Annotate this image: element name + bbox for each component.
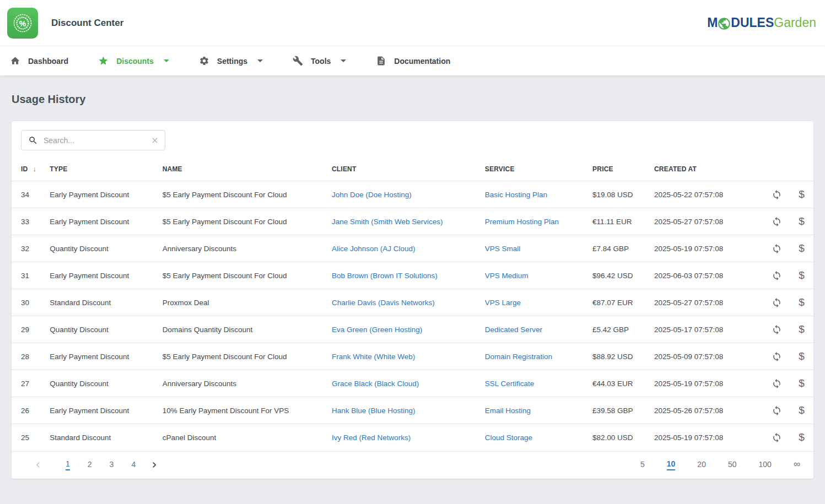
service-link[interactable]: VPS Small bbox=[485, 245, 521, 253]
service-link[interactable]: VPS Medium bbox=[485, 272, 529, 280]
page-number-2[interactable]: 2 bbox=[88, 460, 92, 470]
search-box[interactable] bbox=[21, 130, 165, 150]
cell-action-money: $ bbox=[790, 316, 813, 343]
client-link[interactable]: Hank Blue (Blue Hosting) bbox=[332, 407, 416, 415]
money-icon[interactable]: $ bbox=[794, 403, 810, 418]
page-number-3[interactable]: 3 bbox=[110, 460, 114, 470]
sync-icon[interactable] bbox=[769, 349, 785, 364]
service-link[interactable]: SSL Certificate bbox=[485, 380, 535, 388]
sync-icon[interactable] bbox=[769, 430, 785, 445]
column-header-price[interactable]: PRICE bbox=[592, 155, 654, 181]
service-link[interactable]: Premium Hosting Plan bbox=[485, 218, 559, 226]
service-link[interactable]: Email Hosting bbox=[485, 407, 531, 415]
table-row: 27 Quantity Discount Anniversary Discoun… bbox=[12, 370, 813, 397]
page-size-infinity[interactable]: ∞ bbox=[794, 460, 800, 469]
service-link[interactable]: Domain Registration bbox=[485, 353, 552, 361]
money-icon[interactable]: $ bbox=[794, 376, 810, 391]
logo-text-dules: DULES bbox=[731, 15, 774, 30]
cell-id: 29 bbox=[12, 316, 50, 343]
cell-name: cPanel Discount bbox=[163, 424, 332, 451]
sync-icon[interactable] bbox=[769, 403, 785, 418]
sync-icon[interactable] bbox=[769, 268, 785, 283]
client-link[interactable]: Frank White (White Web) bbox=[332, 353, 415, 361]
cell-created-at: 2025-05-27 07:57:08 bbox=[654, 208, 764, 235]
cell-created-at: 2025-05-26 07:57:08 bbox=[654, 397, 764, 424]
cell-action-sync bbox=[764, 289, 790, 316]
sort-desc-icon[interactable]: ↓ bbox=[33, 165, 36, 173]
cell-action-sync bbox=[764, 397, 790, 424]
client-link[interactable]: Ivy Red (Red Networks) bbox=[332, 433, 411, 442]
chevron-left-icon[interactable] bbox=[33, 459, 44, 470]
money-icon[interactable]: $ bbox=[794, 295, 810, 310]
client-link[interactable]: Jane Smith (Smith Web Services) bbox=[332, 218, 443, 226]
service-link[interactable]: Dedicated Server bbox=[485, 326, 542, 334]
table-row: 30 Standard Discount Proxmox Deal Charli… bbox=[12, 289, 813, 316]
sync-icon[interactable] bbox=[769, 295, 785, 310]
cell-service: Cloud Storage bbox=[485, 424, 592, 451]
client-link[interactable]: Charlie Davis (Davis Networks) bbox=[332, 299, 435, 307]
column-header-id[interactable]: ID↓ bbox=[12, 155, 50, 181]
table-row: 28 Early Payment Discount $5 Early Payme… bbox=[12, 343, 813, 370]
page-size-50[interactable]: 50 bbox=[728, 460, 737, 470]
column-header-name[interactable]: NAME bbox=[163, 155, 332, 181]
nav-label: Documentation bbox=[394, 57, 450, 66]
column-header-client[interactable]: CLIENT bbox=[332, 155, 485, 181]
close-icon[interactable] bbox=[150, 136, 159, 145]
service-link[interactable]: VPS Large bbox=[485, 299, 521, 307]
money-icon[interactable]: $ bbox=[794, 349, 810, 364]
sync-icon[interactable] bbox=[769, 322, 785, 337]
client-link[interactable]: John Doe (Doe Hosting) bbox=[332, 191, 412, 199]
page-size-20[interactable]: 20 bbox=[697, 460, 706, 470]
service-link[interactable]: Cloud Storage bbox=[485, 433, 532, 442]
money-icon[interactable]: $ bbox=[794, 268, 810, 283]
money-icon[interactable]: $ bbox=[794, 214, 810, 229]
chevron-down-icon bbox=[341, 59, 346, 62]
globe-icon bbox=[717, 17, 731, 31]
money-icon[interactable]: $ bbox=[794, 241, 810, 256]
nav-item-settings[interactable]: Settings bbox=[199, 56, 263, 66]
page-title: Usage History bbox=[0, 75, 825, 106]
money-icon[interactable]: $ bbox=[794, 187, 810, 202]
nav-item-tools[interactable]: Tools bbox=[293, 56, 346, 66]
nav-item-documentation[interactable]: Documentation bbox=[376, 56, 450, 66]
client-link[interactable]: Eva Green (Green Hosting) bbox=[332, 326, 422, 334]
client-link[interactable]: Alice Johnson (AJ Cloud) bbox=[332, 245, 416, 253]
page-size-10[interactable]: 10 bbox=[667, 459, 676, 470]
column-header-created-at[interactable]: CREATED AT bbox=[654, 155, 764, 181]
cell-id: 33 bbox=[12, 208, 50, 235]
search-input[interactable] bbox=[44, 136, 150, 145]
nav-item-discounts[interactable]: Discounts bbox=[98, 56, 169, 66]
cell-id: 26 bbox=[12, 397, 50, 424]
sync-icon[interactable] bbox=[769, 241, 785, 256]
table-row: 32 Quantity Discount Anniversary Discoun… bbox=[12, 235, 813, 262]
chevron-right-icon[interactable] bbox=[149, 459, 160, 470]
chevron-down-icon bbox=[257, 59, 263, 62]
discount-center-app-icon: % bbox=[7, 8, 38, 39]
column-header-service[interactable]: SERVICE bbox=[485, 155, 592, 181]
sync-icon[interactable] bbox=[769, 187, 785, 202]
column-header-type[interactable]: TYPE bbox=[50, 155, 163, 181]
cell-action-sync bbox=[764, 262, 790, 289]
sync-icon[interactable] bbox=[769, 376, 785, 391]
service-link[interactable]: Basic Hosting Plan bbox=[485, 191, 547, 199]
cell-type: Quantity Discount bbox=[50, 316, 163, 343]
page-number-1[interactable]: 1 bbox=[66, 459, 70, 470]
sync-icon[interactable] bbox=[769, 214, 785, 229]
cell-client: Alice Johnson (AJ Cloud) bbox=[332, 235, 485, 262]
cell-price: €87.07 EUR bbox=[592, 289, 654, 316]
cell-client: Jane Smith (Smith Web Services) bbox=[332, 208, 485, 235]
nav-item-dashboard[interactable]: Dashboard bbox=[10, 56, 68, 66]
client-link[interactable]: Bob Brown (Brown IT Solutions) bbox=[332, 272, 438, 280]
cell-client: John Doe (Doe Hosting) bbox=[332, 181, 485, 208]
page-size-5[interactable]: 5 bbox=[640, 460, 645, 470]
cell-created-at: 2025-05-19 07:57:08 bbox=[654, 235, 764, 262]
app-header: % Discount Center M DULES Garden bbox=[0, 0, 825, 46]
client-link[interactable]: Grace Black (Black Cloud) bbox=[332, 380, 419, 388]
cell-name: $5 Early Payment Discount For Cloud bbox=[163, 181, 332, 208]
money-icon[interactable]: $ bbox=[794, 322, 810, 337]
page-size-100[interactable]: 100 bbox=[759, 460, 772, 470]
main-nav: Dashboard Discounts Settings Tools Docum… bbox=[0, 46, 825, 75]
page-number-4[interactable]: 4 bbox=[131, 460, 136, 470]
money-icon[interactable]: $ bbox=[794, 430, 810, 445]
logo-text-garden: Garden bbox=[774, 15, 816, 30]
